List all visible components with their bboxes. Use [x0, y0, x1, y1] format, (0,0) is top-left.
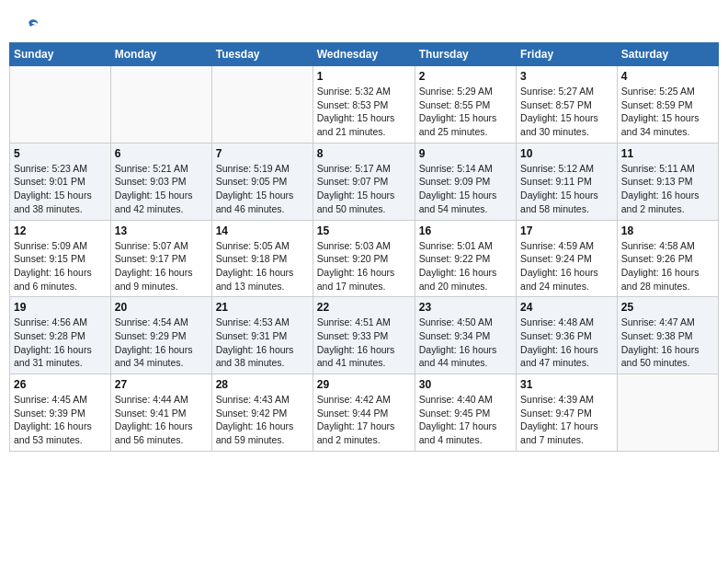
- calendar-cell: 8Sunrise: 5:17 AM Sunset: 9:07 PM Daylig…: [313, 143, 415, 220]
- day-number: 14: [216, 224, 309, 237]
- day-number: 24: [520, 301, 613, 314]
- day-number: 5: [14, 147, 107, 160]
- calendar-cell: [617, 374, 718, 452]
- calendar-week-row: 1Sunrise: 5:32 AM Sunset: 8:53 PM Daylig…: [10, 66, 719, 144]
- calendar-cell: 26Sunrise: 4:45 AM Sunset: 9:39 PM Dayli…: [10, 374, 111, 452]
- col-header-sunday: Sunday: [10, 43, 111, 66]
- day-number: 1: [317, 70, 411, 83]
- day-number: 20: [115, 301, 208, 314]
- calendar-cell: 31Sunrise: 4:39 AM Sunset: 9:47 PM Dayli…: [517, 374, 618, 452]
- col-header-saturday: Saturday: [617, 43, 718, 66]
- calendar-cell: 24Sunrise: 4:48 AM Sunset: 9:36 PM Dayli…: [517, 297, 618, 374]
- day-info: Sunrise: 5:07 AM Sunset: 9:17 PM Dayligh…: [115, 239, 208, 293]
- day-info: Sunrise: 5:12 AM Sunset: 9:11 PM Dayligh…: [520, 162, 613, 216]
- day-number: 22: [317, 301, 411, 314]
- logo: [18, 17, 40, 33]
- calendar-cell: 1Sunrise: 5:32 AM Sunset: 8:53 PM Daylig…: [313, 66, 415, 144]
- day-number: 4: [621, 70, 714, 83]
- day-info: Sunrise: 4:48 AM Sunset: 9:36 PM Dayligh…: [520, 316, 613, 370]
- day-info: Sunrise: 4:39 AM Sunset: 9:47 PM Dayligh…: [520, 393, 613, 447]
- day-number: 19: [14, 301, 107, 314]
- day-info: Sunrise: 5:25 AM Sunset: 8:59 PM Dayligh…: [621, 85, 714, 139]
- col-header-tuesday: Tuesday: [211, 43, 313, 66]
- day-number: 9: [419, 147, 512, 160]
- calendar-cell: 14Sunrise: 5:05 AM Sunset: 9:18 PM Dayli…: [211, 220, 313, 297]
- calendar-cell: 19Sunrise: 4:56 AM Sunset: 9:28 PM Dayli…: [10, 297, 111, 374]
- col-header-wednesday: Wednesday: [313, 43, 415, 66]
- day-number: 23: [419, 301, 512, 314]
- day-number: 28: [216, 378, 309, 391]
- day-info: Sunrise: 4:53 AM Sunset: 9:31 PM Dayligh…: [216, 316, 309, 370]
- day-number: 15: [317, 224, 411, 237]
- calendar-cell: 20Sunrise: 4:54 AM Sunset: 9:29 PM Dayli…: [110, 297, 211, 374]
- day-info: Sunrise: 5:01 AM Sunset: 9:22 PM Dayligh…: [419, 239, 512, 293]
- day-number: 27: [115, 378, 208, 391]
- calendar-cell: 22Sunrise: 4:51 AM Sunset: 9:33 PM Dayli…: [313, 297, 415, 374]
- day-info: Sunrise: 4:58 AM Sunset: 9:26 PM Dayligh…: [621, 239, 714, 293]
- day-info: Sunrise: 4:44 AM Sunset: 9:41 PM Dayligh…: [115, 393, 208, 447]
- day-number: 26: [14, 378, 107, 391]
- calendar-week-row: 19Sunrise: 4:56 AM Sunset: 9:28 PM Dayli…: [10, 297, 719, 374]
- day-info: Sunrise: 4:51 AM Sunset: 9:33 PM Dayligh…: [317, 316, 411, 370]
- day-info: Sunrise: 5:03 AM Sunset: 9:20 PM Dayligh…: [317, 239, 411, 293]
- day-number: 12: [14, 224, 107, 237]
- calendar-table: SundayMondayTuesdayWednesdayThursdayFrid…: [9, 42, 719, 452]
- calendar-cell: 11Sunrise: 5:11 AM Sunset: 9:13 PM Dayli…: [617, 143, 718, 220]
- calendar-cell: 28Sunrise: 4:43 AM Sunset: 9:42 PM Dayli…: [211, 374, 313, 452]
- day-number: 6: [115, 147, 208, 160]
- calendar-cell: 2Sunrise: 5:29 AM Sunset: 8:55 PM Daylig…: [415, 66, 516, 144]
- calendar-cell: 21Sunrise: 4:53 AM Sunset: 9:31 PM Dayli…: [211, 297, 313, 374]
- calendar-cell: 3Sunrise: 5:27 AM Sunset: 8:57 PM Daylig…: [517, 66, 618, 144]
- calendar-cell: [110, 66, 211, 144]
- day-number: 21: [216, 301, 309, 314]
- day-info: Sunrise: 5:09 AM Sunset: 9:15 PM Dayligh…: [14, 239, 107, 293]
- calendar-cell: 7Sunrise: 5:19 AM Sunset: 9:05 PM Daylig…: [211, 143, 313, 220]
- day-number: 17: [520, 224, 613, 237]
- col-header-friday: Friday: [517, 43, 618, 66]
- day-info: Sunrise: 5:21 AM Sunset: 9:03 PM Dayligh…: [115, 162, 208, 216]
- calendar-cell: 25Sunrise: 4:47 AM Sunset: 9:38 PM Dayli…: [617, 297, 718, 374]
- calendar-week-row: 26Sunrise: 4:45 AM Sunset: 9:39 PM Dayli…: [10, 374, 719, 452]
- day-number: 13: [115, 224, 208, 237]
- col-header-monday: Monday: [110, 43, 211, 66]
- day-info: Sunrise: 4:50 AM Sunset: 9:34 PM Dayligh…: [419, 316, 512, 370]
- day-number: 29: [317, 378, 411, 391]
- day-info: Sunrise: 5:14 AM Sunset: 9:09 PM Dayligh…: [419, 162, 512, 216]
- day-number: 18: [621, 224, 714, 237]
- calendar-cell: [10, 66, 111, 144]
- calendar-cell: 29Sunrise: 4:42 AM Sunset: 9:44 PM Dayli…: [313, 374, 415, 452]
- day-number: 8: [317, 147, 411, 160]
- day-number: 2: [419, 70, 512, 83]
- calendar-cell: 13Sunrise: 5:07 AM Sunset: 9:17 PM Dayli…: [110, 220, 211, 297]
- calendar-week-row: 5Sunrise: 5:23 AM Sunset: 9:01 PM Daylig…: [10, 143, 719, 220]
- day-info: Sunrise: 5:27 AM Sunset: 8:57 PM Dayligh…: [520, 85, 613, 139]
- day-info: Sunrise: 5:11 AM Sunset: 9:13 PM Dayligh…: [621, 162, 714, 216]
- day-info: Sunrise: 5:23 AM Sunset: 9:01 PM Dayligh…: [14, 162, 107, 216]
- day-info: Sunrise: 4:45 AM Sunset: 9:39 PM Dayligh…: [14, 393, 107, 447]
- day-info: Sunrise: 5:32 AM Sunset: 8:53 PM Dayligh…: [317, 85, 411, 139]
- day-number: 11: [621, 147, 714, 160]
- calendar-cell: 18Sunrise: 4:58 AM Sunset: 9:26 PM Dayli…: [617, 220, 718, 297]
- calendar-cell: 23Sunrise: 4:50 AM Sunset: 9:34 PM Dayli…: [415, 297, 516, 374]
- day-number: 16: [419, 224, 512, 237]
- day-info: Sunrise: 4:59 AM Sunset: 9:24 PM Dayligh…: [520, 239, 613, 293]
- calendar-cell: 5Sunrise: 5:23 AM Sunset: 9:01 PM Daylig…: [10, 143, 111, 220]
- col-header-thursday: Thursday: [415, 43, 516, 66]
- day-info: Sunrise: 5:17 AM Sunset: 9:07 PM Dayligh…: [317, 162, 411, 216]
- calendar-week-row: 12Sunrise: 5:09 AM Sunset: 9:15 PM Dayli…: [10, 220, 719, 297]
- day-info: Sunrise: 4:43 AM Sunset: 9:42 PM Dayligh…: [216, 393, 309, 447]
- day-info: Sunrise: 4:40 AM Sunset: 9:45 PM Dayligh…: [419, 393, 512, 447]
- page-header: [9, 9, 719, 37]
- calendar-cell: 17Sunrise: 4:59 AM Sunset: 9:24 PM Dayli…: [517, 220, 618, 297]
- calendar-cell: 4Sunrise: 5:25 AM Sunset: 8:59 PM Daylig…: [617, 66, 718, 144]
- day-info: Sunrise: 4:54 AM Sunset: 9:29 PM Dayligh…: [115, 316, 208, 370]
- day-number: 3: [520, 70, 613, 83]
- day-number: 7: [216, 147, 309, 160]
- calendar-cell: 15Sunrise: 5:03 AM Sunset: 9:20 PM Dayli…: [313, 220, 415, 297]
- calendar-cell: 6Sunrise: 5:21 AM Sunset: 9:03 PM Daylig…: [110, 143, 211, 220]
- day-number: 31: [520, 378, 613, 391]
- logo-bird-icon: [20, 17, 40, 37]
- day-info: Sunrise: 5:29 AM Sunset: 8:55 PM Dayligh…: [419, 85, 512, 139]
- calendar-cell: [211, 66, 313, 144]
- calendar-cell: 10Sunrise: 5:12 AM Sunset: 9:11 PM Dayli…: [517, 143, 618, 220]
